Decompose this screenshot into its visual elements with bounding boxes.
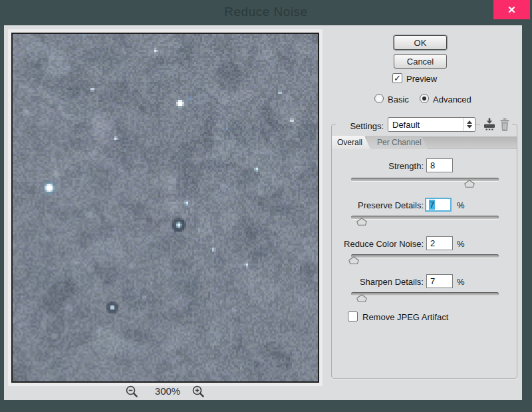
preserve-details-input[interactable]: 7 <box>425 198 452 212</box>
save-preset-button[interactable] <box>480 116 499 134</box>
percent-sign: % <box>457 277 465 287</box>
sharpen-details-slider[interactable] <box>351 292 499 302</box>
strength-input[interactable]: 8 <box>426 158 453 172</box>
tab-per-channel[interactable]: Per Channel <box>366 136 428 149</box>
trash-icon <box>499 118 510 131</box>
remove-jpeg-artifact-checkbox[interactable] <box>348 311 358 321</box>
close-icon: ✕ <box>507 5 516 15</box>
strength-label: Strength: <box>326 161 424 171</box>
reduce-color-noise-label: Reduce Color Noise: <box>326 239 424 249</box>
radio-dot <box>422 97 426 101</box>
selected-text: 7 <box>429 200 435 210</box>
close-button[interactable]: ✕ <box>493 0 530 19</box>
slider-track[interactable] <box>351 178 499 181</box>
tab-strip: Overall Per Channel <box>332 136 517 149</box>
zoom-level: 300% <box>150 385 185 397</box>
preview-image-well <box>11 33 319 383</box>
settings-dropdown[interactable]: Default <box>388 117 475 132</box>
strength-slider[interactable] <box>351 178 499 187</box>
tab-overall[interactable]: Overall <box>332 136 370 149</box>
advanced-radio[interactable] <box>420 94 429 103</box>
preserve-details-slider[interactable] <box>351 216 499 225</box>
sharpen-details-label: Sharpen Details: <box>326 277 424 287</box>
sharpen-details-input[interactable]: 7 <box>426 274 453 288</box>
slider-thumb[interactable] <box>348 256 359 264</box>
preview-checkbox-label: Preview <box>406 74 437 84</box>
slider-track[interactable] <box>351 216 499 219</box>
checkmark-icon: ✓ <box>394 74 401 83</box>
slider-thumb[interactable] <box>464 180 475 188</box>
percent-sign: % <box>457 239 465 249</box>
save-preset-icon <box>482 117 497 131</box>
slider-track[interactable] <box>351 292 499 296</box>
reduce-color-noise-input[interactable]: 2 <box>426 236 453 250</box>
reduce-color-noise-slider[interactable] <box>351 254 499 264</box>
ok-button[interactable]: OK <box>394 35 447 50</box>
dialog-title: Reduce Noise <box>0 5 532 19</box>
basic-radio[interactable] <box>374 94 384 103</box>
zoom-out-icon[interactable] <box>125 385 138 398</box>
title-bar[interactable]: Reduce Noise ✕ <box>0 0 532 25</box>
delete-preset-button[interactable] <box>497 117 512 134</box>
remove-jpeg-artifact-label: Remove JPEG Artifact <box>362 312 448 322</box>
settings-dropdown-value: Default <box>388 120 464 130</box>
zoom-in-icon[interactable] <box>192 385 205 398</box>
preserve-details-label: Preserve Details: <box>326 200 424 210</box>
cancel-button[interactable]: Cancel <box>394 54 447 69</box>
basic-radio-label: Basic <box>388 95 409 104</box>
percent-sign: % <box>457 200 465 210</box>
slider-track[interactable] <box>351 254 499 258</box>
slider-thumb[interactable] <box>356 218 367 226</box>
up-down-stepper-icon[interactable] <box>464 118 475 131</box>
advanced-radio-label: Advanced <box>433 95 471 104</box>
settings-label: Settings: <box>336 120 388 132</box>
preview-checkbox[interactable]: ✓ <box>392 73 402 83</box>
slider-thumb[interactable] <box>356 294 367 302</box>
reduce-noise-dialog: Reduce Noise ✕ 300% OK Cancel ✓ Preview … <box>0 0 532 412</box>
noise-preview-canvas[interactable] <box>13 34 318 381</box>
